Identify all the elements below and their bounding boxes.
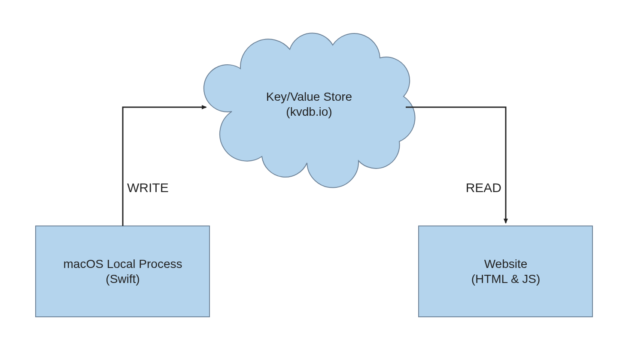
read-arrow: [406, 107, 506, 223]
write-label: WRITE: [127, 180, 169, 195]
write-arrow: [123, 107, 206, 226]
right-box-title: Website: [484, 257, 528, 271]
left-box-rect: [36, 226, 210, 317]
write-edge: WRITE: [123, 107, 206, 226]
right-box-rect: [419, 226, 592, 317]
read-label: READ: [466, 180, 501, 195]
cloud-title: Key/Value Store: [266, 90, 352, 103]
left-box-node: macOS Local Process (Swift): [36, 226, 210, 317]
cloud-subtitle: (kvdb.io): [286, 105, 332, 118]
read-edge: READ: [406, 107, 506, 223]
cloud-node: Key/Value Store (kvdb.io): [204, 33, 415, 187]
right-box-subtitle: (HTML & JS): [471, 272, 541, 286]
left-box-subtitle: (Swift): [106, 272, 140, 286]
architecture-diagram: Key/Value Store (kvdb.io) macOS Local Pr…: [0, 0, 644, 361]
right-box-node: Website (HTML & JS): [419, 226, 592, 317]
left-box-title: macOS Local Process: [64, 257, 182, 271]
